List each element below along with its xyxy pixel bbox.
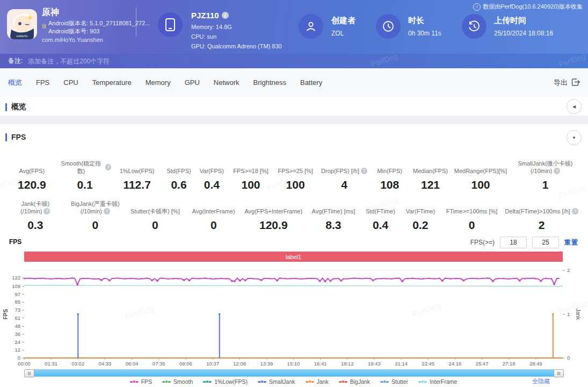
right-axis-title: Jank <box>575 309 581 320</box>
fps-threshold-low-input[interactable] <box>500 236 527 248</box>
chart-legend: FPSSmooth1%Low(FPS)SmallJankJankBigJankS… <box>24 377 563 386</box>
overview-collapse-button[interactable]: ◀ <box>567 99 582 114</box>
fps-point <box>365 278 366 279</box>
duration-value: 0h 30m 11s <box>408 30 441 37</box>
tab-Brightness[interactable]: Brightness <box>246 78 293 87</box>
fps-point <box>354 277 355 278</box>
fps-point <box>535 278 536 279</box>
fps-dip-point <box>492 280 494 282</box>
overview-section-title: 概览 <box>5 102 26 112</box>
x-tick-label: 07:35 <box>153 361 165 367</box>
fps-point <box>316 278 317 279</box>
legend-item-InterFrame[interactable]: InterFrame <box>418 378 457 385</box>
upload-time-value: 25/10/2024 18:08:16 <box>494 30 553 37</box>
scrollbar-right-handle[interactable] <box>554 369 564 377</box>
stat-value: 0.3 <box>27 219 43 232</box>
stat-value: 1 <box>542 178 549 191</box>
tab-Memory[interactable]: Memory <box>139 78 178 87</box>
fps-point <box>301 278 302 280</box>
fps-point <box>290 278 291 279</box>
help-icon[interactable]: ? <box>554 168 560 174</box>
legend-item-SmallJank[interactable]: SmallJank <box>258 378 295 385</box>
fps-point <box>263 278 264 279</box>
stat-label: (/10min)? <box>81 207 110 215</box>
stat-label: (/10min)? <box>20 207 50 215</box>
help-icon[interactable]: ? <box>572 208 578 214</box>
collector-note-text: 数据由PerfDog(10.6.240920)版本收集 <box>483 3 583 11</box>
fps-point <box>274 278 275 279</box>
overview-card: 概览 ◀ <box>0 97 588 116</box>
help-icon[interactable]: ? <box>361 168 367 174</box>
tab-Temperature[interactable]: Temperature <box>85 78 139 87</box>
reset-button[interactable]: 重置 <box>564 238 578 247</box>
stat-label: Jank(卡顿) <box>21 200 49 207</box>
stat-MedRange(FPS)[%]: MedRange(FPS)[%]100 <box>452 154 509 191</box>
fps-point <box>391 278 392 280</box>
fps-dip-point <box>540 280 542 282</box>
fps-point <box>93 278 94 280</box>
device-memory: Memory: 14.8G <box>191 24 232 30</box>
remark-input[interactable] <box>27 57 330 66</box>
legend-item-FPS[interactable]: FPS <box>130 378 152 385</box>
fps-point <box>322 278 323 279</box>
tab-Battery[interactable]: Battery <box>293 78 329 87</box>
legend-item-Stutter[interactable]: Stutter <box>380 378 408 385</box>
help-icon[interactable]: ? <box>104 208 110 214</box>
hide-all-button[interactable]: 全隐藏 <box>532 377 550 385</box>
fps-point <box>135 278 136 279</box>
x-tick-label: 15:10 <box>287 361 300 367</box>
stat-value: 100 <box>242 178 260 191</box>
stat-value: 100 <box>286 178 305 191</box>
fps-dip-point <box>188 280 191 282</box>
tab-FPS[interactable]: FPS <box>29 78 56 87</box>
legend-label: SmallJank <box>269 378 295 385</box>
tab-概览[interactable]: 概览 <box>1 78 29 88</box>
fps-point <box>359 278 360 279</box>
chart-zoom-scrollbar[interactable] <box>24 369 564 377</box>
app-icon: miHoYo <box>7 9 37 39</box>
scrollbar-left-handle[interactable] <box>24 369 34 377</box>
legend-item-Smooth[interactable]: Smooth <box>162 378 193 385</box>
stat-label: Var(FTime) <box>406 207 435 215</box>
legend-item-Jank[interactable]: Jank <box>306 378 329 385</box>
stat-Avg(InterFrame): Avg(InterFrame)0 <box>185 194 242 232</box>
tab-Network[interactable]: Network <box>207 78 246 87</box>
export-button[interactable]: 导出 <box>554 68 580 97</box>
fps-chart-corner-title: FPS <box>9 238 21 246</box>
legend-item-BigJank[interactable]: BigJank <box>339 378 370 385</box>
remark-bar: 备注: PerfDog PerfDog <box>0 54 588 68</box>
fps-point <box>29 278 30 279</box>
chart-label-bar[interactable]: label1 <box>24 252 563 262</box>
fps-collapse-button[interactable]: ▼ <box>567 130 582 145</box>
help-icon[interactable]: ? <box>105 164 111 170</box>
fps-chart[interactable]: PerfDogPerfDogPerfDog0122436486173859710… <box>0 266 588 369</box>
tab-CPU[interactable]: CPU <box>56 78 85 87</box>
fps-dip-point <box>519 280 521 282</box>
stat-value: 0 <box>92 219 98 232</box>
stat-label: FPS>=18 [%] <box>233 167 268 175</box>
stat-value: 0 <box>210 219 217 232</box>
legend-item-1%Low(FPS)[interactable]: 1%Low(FPS) <box>203 378 248 385</box>
x-tick-label: 03:02 <box>71 361 84 367</box>
watermark: PerfDog <box>558 52 587 68</box>
app-package: com.miHoYo.Yuanshen <box>42 37 103 43</box>
fps-point <box>34 278 35 279</box>
legend-marker <box>258 381 266 383</box>
device-info-icon[interactable]: i <box>222 12 229 19</box>
fps-point <box>173 278 174 279</box>
phone-icon <box>158 12 183 37</box>
x-tick-label: 28:49 <box>529 361 542 367</box>
fps-point <box>215 278 216 279</box>
fps-threshold-high-input[interactable] <box>532 236 559 248</box>
fps-point <box>125 278 126 279</box>
fps-point <box>423 278 424 279</box>
fps-dip-point <box>401 280 403 282</box>
tab-GPU[interactable]: GPU <box>178 78 207 87</box>
stat-value: 4 <box>341 178 347 191</box>
help-icon[interactable]: ? <box>43 208 50 214</box>
fps-point <box>178 278 179 279</box>
fps-point <box>407 278 408 279</box>
stat-Min(FPS): Min(FPS)108 <box>371 154 409 191</box>
fps-section-title: FPS <box>5 133 26 141</box>
fps-point <box>258 278 259 280</box>
